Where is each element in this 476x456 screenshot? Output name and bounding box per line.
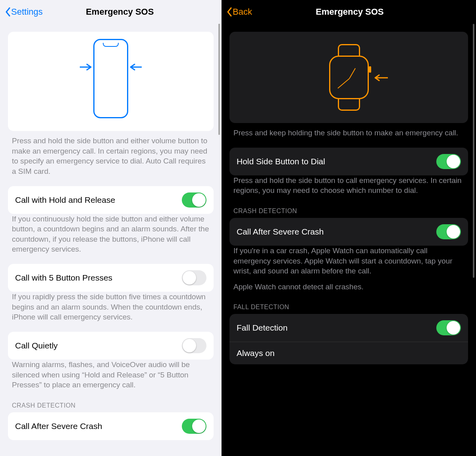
iphone-settings-pane: Settings Emergency SOS Press and hold th… [0, 0, 222, 456]
row-label: Call with 5 Button Presses [15, 273, 112, 283]
call-hold-release-toggle[interactable] [182, 192, 206, 208]
page-title: Emergency SOS [240, 7, 459, 17]
page-title: Emergency SOS [33, 7, 207, 17]
arrow-right-icon [79, 63, 93, 71]
hero-illustration [229, 32, 468, 123]
arrow-left-icon [373, 74, 389, 81]
call-after-crash-row[interactable]: Call After Severe Crash [8, 412, 214, 440]
hold-side-button-row[interactable]: Hold Side Button to Dial [229, 148, 468, 175]
hold-side-button-toggle[interactable] [436, 154, 461, 169]
row-label: Hold Side Button to Dial [237, 157, 325, 166]
chevron-left-icon [5, 7, 11, 17]
row-label: Always on [237, 348, 275, 358]
fall-detection-header: FALL DETECTION [229, 301, 468, 314]
call-hold-release-row[interactable]: Call with Hold and Release [8, 186, 214, 214]
scrollbar[interactable] [218, 8, 220, 135]
call-five-press-toggle[interactable] [182, 270, 206, 285]
call-quietly-desc: Warning alarms, flashes, and VoiceOver a… [8, 360, 214, 400]
row-label: Call with Hold and Release [15, 195, 115, 205]
hero-illustration [8, 32, 214, 131]
crash-desc-1: If you're in a car crash, Apple Watch ca… [229, 246, 468, 282]
call-quietly-row[interactable]: Call Quietly [8, 332, 214, 360]
call-hold-release-desc: If you continuously hold the side button… [8, 214, 214, 264]
row-label: Fall Detection [237, 323, 287, 333]
crash-detection-header: CRASH DETECTION [8, 400, 214, 412]
row-label: Call After Severe Crash [237, 227, 324, 237]
content: Press and hold the side button and eithe… [0, 24, 222, 456]
row-label: Call Quietly [15, 341, 58, 350]
scrollbar[interactable] [473, 24, 474, 278]
watch-settings-pane: Back Emergency SOS Press and keep holdin… [222, 0, 476, 456]
watch-icon [309, 38, 389, 117]
fall-detection-toggle[interactable] [436, 320, 461, 335]
phone-icon [79, 36, 143, 127]
crash-desc-2: Apple Watch cannot detect all crashes. [229, 282, 468, 302]
nav-bar: Settings Emergency SOS [0, 0, 222, 24]
hero-description: Press and keep holding the side button t… [229, 128, 468, 148]
call-after-crash-row[interactable]: Call After Severe Crash [229, 218, 468, 246]
hero-description: Press and hold the side button and eithe… [8, 136, 214, 186]
row-label: Call After Severe Crash [15, 421, 102, 431]
call-five-press-row[interactable]: Call with 5 Button Presses [8, 264, 214, 292]
chevron-left-icon [226, 7, 233, 17]
always-on-row[interactable]: Always on [229, 342, 468, 364]
call-five-press-desc: If you rapidly press the side button fiv… [8, 292, 214, 332]
content: Press and keep holding the side button t… [222, 24, 476, 380]
nav-bar: Back Emergency SOS [222, 0, 476, 24]
crash-detection-header: CRASH DETECTION [229, 205, 468, 218]
fall-detection-row[interactable]: Fall Detection [229, 314, 468, 342]
call-after-crash-toggle[interactable] [436, 224, 461, 239]
call-after-crash-toggle[interactable] [182, 419, 206, 434]
call-quietly-toggle[interactable] [182, 338, 206, 353]
hold-side-button-desc: Press and hold the side button to call e… [229, 175, 468, 205]
arrow-left-icon [129, 63, 143, 71]
